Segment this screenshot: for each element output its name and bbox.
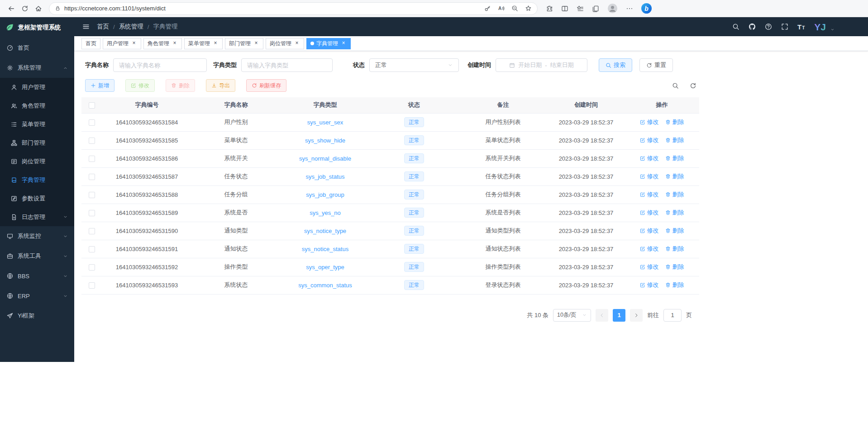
font-size-icon[interactable]: TT	[797, 23, 805, 31]
row-delete-link[interactable]: 删除	[665, 118, 684, 126]
page-number[interactable]: 1	[613, 309, 625, 322]
row-checkbox[interactable]	[89, 246, 95, 252]
tab-菜单管理[interactable]: 菜单管理×	[184, 38, 223, 49]
password-key-icon[interactable]	[484, 5, 491, 12]
search-button[interactable]: 搜索	[599, 58, 632, 72]
app-brand[interactable]: 意框架管理系统	[0, 17, 74, 38]
address-bar[interactable]: https://ccnetcore.com:1101/system/dict A	[49, 2, 538, 15]
dict-type-link[interactable]: sys_show_hide	[305, 137, 345, 144]
row-checkbox[interactable]	[89, 174, 95, 180]
extensions-icon[interactable]	[546, 5, 553, 12]
status-select[interactable]: 正常	[369, 58, 459, 72]
page-size-select[interactable]: 10条/页	[553, 309, 591, 322]
row-checkbox[interactable]	[89, 228, 95, 234]
row-edit-link[interactable]: 修改	[640, 209, 659, 217]
tab-岗位管理[interactable]: 岗位管理×	[266, 38, 304, 49]
row-delete-link[interactable]: 删除	[665, 190, 684, 199]
row-delete-link[interactable]: 删除	[665, 172, 684, 181]
dict-type-link[interactable]: sys_user_sex	[307, 119, 343, 126]
date-range-input[interactable]: 开始日期 - 结束日期	[496, 58, 587, 72]
row-checkbox[interactable]	[89, 264, 95, 271]
reload-button[interactable]	[18, 2, 32, 15]
read-aloud-icon[interactable]: A	[498, 5, 505, 12]
help-icon[interactable]	[765, 23, 772, 30]
sidebar-toggle[interactable]	[82, 23, 90, 30]
delete-button[interactable]: 删除	[166, 79, 195, 92]
close-icon[interactable]: ×	[340, 40, 347, 47]
tab-用户管理[interactable]: 用户管理×	[103, 38, 141, 49]
add-favorite-icon[interactable]	[525, 5, 532, 12]
sidebar-item-log[interactable]: 日志管理	[0, 208, 74, 226]
dict-type-link[interactable]: sys_notice_status	[302, 246, 348, 252]
prev-page-button[interactable]	[596, 309, 608, 322]
row-delete-link[interactable]: 删除	[665, 136, 684, 144]
dict-type-link[interactable]: sys_common_status	[298, 282, 352, 289]
row-edit-link[interactable]: 修改	[640, 118, 659, 126]
row-edit-link[interactable]: 修改	[640, 136, 659, 144]
row-checkbox[interactable]	[89, 119, 95, 126]
row-edit-link[interactable]: 修改	[640, 172, 659, 181]
next-page-button[interactable]	[630, 309, 643, 322]
reset-button[interactable]: 重置	[639, 58, 673, 72]
user-logo[interactable]: YJ	[814, 22, 826, 32]
tab-部门管理[interactable]: 部门管理×	[225, 38, 263, 49]
row-edit-link[interactable]: 修改	[640, 263, 659, 271]
row-checkbox[interactable]	[89, 156, 95, 162]
close-icon[interactable]: ×	[131, 40, 137, 47]
sidebar-item-system[interactable]: 系统管理	[0, 58, 74, 78]
tab-字典管理[interactable]: 字典管理×	[306, 38, 351, 49]
dict-name-input[interactable]	[113, 58, 207, 72]
close-icon[interactable]: ×	[253, 40, 259, 47]
close-icon[interactable]: ×	[212, 40, 219, 47]
favorites-icon[interactable]	[577, 5, 584, 12]
row-delete-link[interactable]: 删除	[665, 263, 684, 271]
sidebar-item-menu[interactable]: 菜单管理	[0, 115, 74, 133]
profile-avatar[interactable]	[607, 3, 618, 14]
sidebar-item-post[interactable]: 岗位管理	[0, 152, 74, 171]
back-button[interactable]	[5, 2, 18, 15]
row-delete-link[interactable]: 删除	[665, 245, 684, 253]
home-button[interactable]	[32, 2, 45, 15]
dict-type-link[interactable]: sys_job_status	[306, 173, 345, 180]
close-icon[interactable]: ×	[172, 40, 178, 47]
sidebar-item-bbs[interactable]: BBS	[0, 266, 74, 286]
dict-type-link[interactable]: sys_normal_disable	[299, 155, 351, 162]
header-search-icon[interactable]	[732, 23, 739, 30]
dict-type-input[interactable]	[241, 58, 333, 72]
row-checkbox[interactable]	[89, 282, 95, 289]
dict-type-link[interactable]: sys_yes_no	[310, 209, 341, 216]
dict-type-link[interactable]: sys_job_group	[306, 191, 344, 198]
row-edit-link[interactable]: 修改	[640, 245, 659, 253]
more-menu-icon[interactable]	[626, 5, 633, 12]
row-edit-link[interactable]: 修改	[640, 154, 659, 162]
row-edit-link[interactable]: 修改	[640, 281, 659, 289]
sidebar-item-role[interactable]: 角色管理	[0, 96, 74, 115]
row-delete-link[interactable]: 删除	[665, 154, 684, 162]
edit-button[interactable]: 修改	[125, 79, 155, 92]
sidebar-item-monitor[interactable]: 系统监控	[0, 226, 74, 246]
collections-icon[interactable]	[592, 5, 599, 12]
dict-type-link[interactable]: sys_notice_type	[304, 228, 346, 234]
tab-首页[interactable]: 首页	[81, 38, 100, 49]
zoom-out-icon[interactable]	[511, 5, 518, 12]
split-screen-icon[interactable]	[561, 5, 568, 12]
row-edit-link[interactable]: 修改	[640, 227, 659, 235]
github-icon[interactable]	[749, 23, 756, 30]
row-delete-link[interactable]: 删除	[665, 227, 684, 235]
dict-type-link[interactable]: sys_oper_type	[306, 264, 344, 271]
copilot-icon[interactable]: b	[641, 3, 652, 14]
row-delete-link[interactable]: 删除	[665, 209, 684, 217]
row-checkbox[interactable]	[89, 138, 95, 144]
add-button[interactable]: 新增	[85, 79, 114, 92]
row-delete-link[interactable]: 删除	[665, 281, 684, 289]
export-button[interactable]: 导出	[206, 79, 235, 92]
sidebar-item-user[interactable]: 用户管理	[0, 78, 74, 96]
sidebar-item-param[interactable]: 参数设置	[0, 189, 74, 208]
sidebar-item-erp[interactable]: ERP	[0, 286, 74, 306]
goto-page-input[interactable]	[663, 309, 682, 322]
row-edit-link[interactable]: 修改	[640, 190, 659, 199]
sidebar-item-tools[interactable]: 系统工具	[0, 246, 74, 266]
refresh-cache-button[interactable]: 刷新缓存	[246, 79, 286, 92]
select-all-checkbox[interactable]	[89, 102, 95, 109]
row-checkbox[interactable]	[89, 192, 95, 198]
